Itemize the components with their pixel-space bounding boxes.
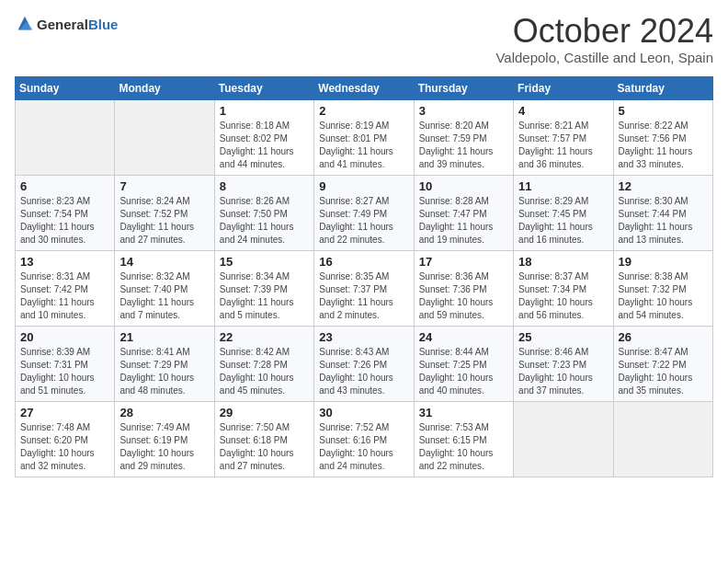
logo: GeneralBlue [15,15,118,35]
day-info: Sunrise: 8:41 AM Sunset: 7:29 PM Dayligh… [119,346,209,397]
calendar-cell: 4Sunrise: 8:21 AM Sunset: 7:57 PM Daylig… [514,100,613,176]
location-title: Valdepolo, Castille and Leon, Spain [495,50,713,65]
day-number: 28 [119,406,209,419]
day-number: 3 [419,104,508,118]
calendar-cell: 13Sunrise: 8:31 AM Sunset: 7:42 PM Dayli… [16,251,115,327]
day-number: 1 [220,104,309,118]
day-number: 22 [220,330,309,344]
day-info: Sunrise: 8:27 AM Sunset: 7:49 PM Dayligh… [319,195,408,247]
calendar-week-4: 20Sunrise: 8:39 AM Sunset: 7:31 PM Dayli… [16,327,713,402]
day-number: 19 [619,255,708,269]
weekday-header-monday: Monday [115,77,214,100]
day-number: 4 [518,104,608,118]
day-info: Sunrise: 8:43 AM Sunset: 7:26 PM Dayligh… [319,346,408,397]
day-number: 15 [220,255,309,269]
day-info: Sunrise: 8:26 AM Sunset: 7:50 PM Dayligh… [220,195,309,247]
calendar-cell [514,402,613,477]
calendar-cell [115,100,214,176]
day-number: 10 [419,179,508,193]
day-number: 30 [319,406,408,419]
day-number: 29 [220,406,309,419]
day-number: 18 [518,255,608,269]
day-number: 21 [119,330,209,344]
calendar-week-3: 13Sunrise: 8:31 AM Sunset: 7:42 PM Dayli… [16,251,713,327]
day-info: Sunrise: 7:52 AM Sunset: 6:16 PM Dayligh… [319,421,408,473]
calendar-header-row: SundayMondayTuesdayWednesdayThursdayFrid… [16,77,713,100]
day-number: 17 [419,255,508,269]
day-info: Sunrise: 7:53 AM Sunset: 6:15 PM Dayligh… [419,421,508,473]
calendar-cell: 5Sunrise: 8:22 AM Sunset: 7:56 PM Daylig… [613,100,712,176]
weekday-header-saturday: Saturday [613,77,712,100]
month-title: October 2024 [495,15,713,48]
day-info: Sunrise: 8:22 AM Sunset: 7:56 PM Dayligh… [619,120,708,171]
day-number: 16 [319,255,408,269]
calendar-cell: 27Sunrise: 7:48 AM Sunset: 6:20 PM Dayli… [16,402,115,477]
calendar-cell [613,402,712,477]
day-info: Sunrise: 8:47 AM Sunset: 7:22 PM Dayligh… [619,346,708,397]
calendar-cell: 24Sunrise: 8:44 AM Sunset: 7:25 PM Dayli… [414,327,513,402]
calendar-cell: 12Sunrise: 8:30 AM Sunset: 7:44 PM Dayli… [613,176,712,251]
day-info: Sunrise: 8:24 AM Sunset: 7:52 PM Dayligh… [119,195,209,247]
weekday-header-friday: Friday [514,77,613,100]
day-info: Sunrise: 7:49 AM Sunset: 6:19 PM Dayligh… [119,421,209,473]
day-info: Sunrise: 8:28 AM Sunset: 7:47 PM Dayligh… [419,195,508,247]
day-info: Sunrise: 8:46 AM Sunset: 7:23 PM Dayligh… [518,346,608,397]
day-number: 2 [319,104,408,118]
day-info: Sunrise: 8:30 AM Sunset: 7:44 PM Dayligh… [619,195,708,247]
calendar-cell: 17Sunrise: 8:36 AM Sunset: 7:36 PM Dayli… [414,251,513,327]
calendar-week-1: 1Sunrise: 8:18 AM Sunset: 8:02 PM Daylig… [16,100,713,176]
title-block: October 2024 Valdepolo, Castille and Leo… [495,15,713,65]
day-info: Sunrise: 8:18 AM Sunset: 8:02 PM Dayligh… [220,120,309,171]
day-info: Sunrise: 8:37 AM Sunset: 7:34 PM Dayligh… [518,270,608,322]
day-info: Sunrise: 8:42 AM Sunset: 7:28 PM Dayligh… [220,346,309,397]
calendar-week-2: 6Sunrise: 8:23 AM Sunset: 7:54 PM Daylig… [16,176,713,251]
day-info: Sunrise: 8:23 AM Sunset: 7:54 PM Dayligh… [20,195,109,247]
logo-general-text: General [37,17,88,32]
day-number: 14 [119,255,209,269]
day-number: 12 [619,179,708,193]
calendar-cell: 31Sunrise: 7:53 AM Sunset: 6:15 PM Dayli… [414,402,513,477]
calendar-cell: 9Sunrise: 8:27 AM Sunset: 7:49 PM Daylig… [314,176,414,251]
weekday-header-tuesday: Tuesday [214,77,313,100]
calendar-cell: 3Sunrise: 8:20 AM Sunset: 7:59 PM Daylig… [414,100,513,176]
calendar-cell: 19Sunrise: 8:38 AM Sunset: 7:32 PM Dayli… [613,251,712,327]
day-info: Sunrise: 8:29 AM Sunset: 7:45 PM Dayligh… [518,195,608,247]
calendar-cell: 21Sunrise: 8:41 AM Sunset: 7:29 PM Dayli… [115,327,214,402]
day-info: Sunrise: 8:19 AM Sunset: 8:01 PM Dayligh… [319,120,408,171]
day-number: 24 [419,330,508,344]
calendar-cell: 20Sunrise: 8:39 AM Sunset: 7:31 PM Dayli… [16,327,115,402]
day-number: 26 [619,330,708,344]
calendar-cell: 30Sunrise: 7:52 AM Sunset: 6:16 PM Dayli… [314,402,414,477]
day-info: Sunrise: 8:34 AM Sunset: 7:39 PM Dayligh… [220,270,309,322]
calendar-table: SundayMondayTuesdayWednesdayThursdayFrid… [15,76,713,477]
day-info: Sunrise: 8:39 AM Sunset: 7:31 PM Dayligh… [20,346,109,397]
calendar-cell: 23Sunrise: 8:43 AM Sunset: 7:26 PM Dayli… [314,327,414,402]
calendar-cell: 25Sunrise: 8:46 AM Sunset: 7:23 PM Dayli… [514,327,613,402]
calendar-cell: 2Sunrise: 8:19 AM Sunset: 8:01 PM Daylig… [314,100,414,176]
day-number: 23 [319,330,408,344]
day-number: 6 [20,179,109,193]
calendar-cell: 14Sunrise: 8:32 AM Sunset: 7:40 PM Dayli… [115,251,214,327]
page-header: GeneralBlue October 2024 Valdepolo, Cast… [15,15,713,65]
calendar-cell: 1Sunrise: 8:18 AM Sunset: 8:02 PM Daylig… [214,100,313,176]
calendar-cell: 6Sunrise: 8:23 AM Sunset: 7:54 PM Daylig… [16,176,115,251]
day-number: 5 [619,104,708,118]
day-info: Sunrise: 8:32 AM Sunset: 7:40 PM Dayligh… [119,270,209,322]
calendar-cell: 22Sunrise: 8:42 AM Sunset: 7:28 PM Dayli… [214,327,313,402]
calendar-cell: 15Sunrise: 8:34 AM Sunset: 7:39 PM Dayli… [214,251,313,327]
day-number: 20 [20,330,109,344]
day-info: Sunrise: 8:44 AM Sunset: 7:25 PM Dayligh… [419,346,508,397]
calendar-cell: 26Sunrise: 8:47 AM Sunset: 7:22 PM Dayli… [613,327,712,402]
calendar-cell: 10Sunrise: 8:28 AM Sunset: 7:47 PM Dayli… [414,176,513,251]
weekday-header-wednesday: Wednesday [314,77,414,100]
day-info: Sunrise: 8:20 AM Sunset: 7:59 PM Dayligh… [419,120,508,171]
calendar-cell [16,100,115,176]
day-number: 7 [119,179,209,193]
day-info: Sunrise: 7:50 AM Sunset: 6:18 PM Dayligh… [220,421,309,473]
day-number: 8 [220,179,309,193]
day-info: Sunrise: 7:48 AM Sunset: 6:20 PM Dayligh… [20,421,109,473]
day-info: Sunrise: 8:38 AM Sunset: 7:32 PM Dayligh… [619,270,708,322]
calendar-cell: 29Sunrise: 7:50 AM Sunset: 6:18 PM Dayli… [214,402,313,477]
day-info: Sunrise: 8:35 AM Sunset: 7:37 PM Dayligh… [319,270,408,322]
day-number: 31 [419,406,508,419]
